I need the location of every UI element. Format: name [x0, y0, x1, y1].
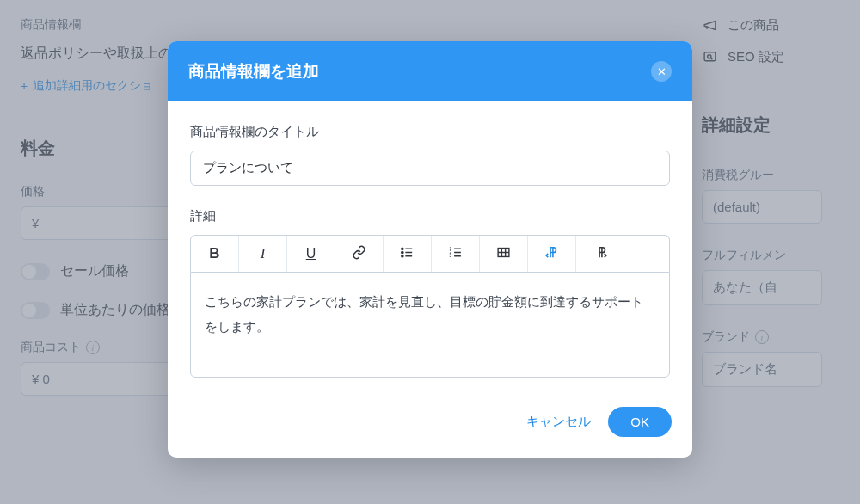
link-button[interactable] [335, 236, 384, 272]
number-list-icon: 123 [448, 245, 463, 263]
close-icon: ✕ [657, 66, 666, 77]
detail-editor[interactable]: こちらの家計プランでは、家計を見直し、目標の貯金額に到達するサポートをします。 [190, 272, 670, 378]
number-list-button[interactable]: 123 [432, 236, 480, 272]
underline-icon: U [306, 246, 316, 261]
svg-point-5 [402, 248, 403, 249]
title-input[interactable] [190, 151, 670, 186]
close-button[interactable]: ✕ [651, 61, 672, 82]
bold-icon: B [209, 245, 219, 262]
ltr-icon [593, 245, 608, 263]
svg-text:3: 3 [449, 254, 452, 258]
underline-button[interactable]: U [287, 236, 335, 272]
editor-toolbar: B I U [190, 235, 670, 272]
ok-button[interactable]: OK [608, 407, 672, 437]
table-button[interactable] [480, 236, 528, 272]
svg-point-6 [402, 251, 403, 253]
rtl-button[interactable] [528, 236, 576, 272]
italic-button[interactable]: I [239, 236, 287, 272]
table-icon [496, 245, 511, 263]
ltr-button[interactable] [576, 236, 624, 272]
bullet-list-icon [400, 245, 415, 263]
bold-button[interactable]: B [191, 236, 239, 272]
italic-icon: I [261, 245, 266, 262]
rtl-icon [544, 245, 559, 263]
modal-overlay: 商品情報欄を追加 ✕ 商品情報欄のタイトル 詳細 B I U [0, 0, 860, 504]
detail-label: 詳細 [190, 208, 670, 224]
svg-point-7 [402, 255, 403, 256]
modal-title: 商品情報欄を追加 [188, 60, 319, 83]
bullet-list-button[interactable] [384, 236, 432, 272]
cancel-button[interactable]: キャンセル [526, 414, 591, 430]
link-icon [352, 245, 366, 263]
title-field-label: 商品情報欄のタイトル [190, 124, 670, 140]
add-info-modal: 商品情報欄を追加 ✕ 商品情報欄のタイトル 詳細 B I U [168, 41, 692, 458]
